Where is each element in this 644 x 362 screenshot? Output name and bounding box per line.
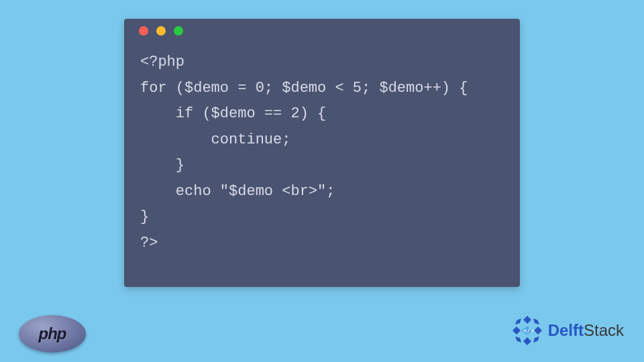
close-icon (139, 26, 148, 36)
svg-marker-0 (523, 316, 531, 324)
php-logo-text: php (39, 324, 66, 343)
code-line: if ($demo == 2) { (140, 105, 326, 122)
maximize-icon (174, 26, 183, 36)
svg-marker-5 (533, 337, 539, 343)
window-titlebar (124, 19, 520, 43)
code-block: <?php for ($demo = 0; $demo < 5; $demo++… (124, 43, 520, 269)
svg-marker-7 (515, 318, 521, 324)
delftstack-logo: </> DelftStack (511, 314, 624, 347)
code-line: for ($demo = 0; $demo < 5; $demo++) { (140, 80, 468, 97)
code-line: continue; (140, 131, 290, 148)
code-line: <?php (140, 54, 184, 70)
php-logo: php (19, 315, 86, 353)
code-line: echo "$demo <br>"; (140, 183, 335, 200)
code-line: ?> (140, 235, 158, 251)
svg-marker-1 (534, 326, 542, 335)
svg-marker-2 (523, 337, 531, 345)
delftstack-icon: </> (511, 314, 544, 347)
code-line: } (140, 157, 184, 174)
php-logo-ellipse: php (19, 315, 86, 353)
svg-text:</>: </> (523, 327, 535, 334)
svg-marker-6 (515, 337, 521, 343)
delftstack-text: DelftStack (548, 321, 624, 340)
svg-marker-4 (533, 318, 539, 324)
svg-marker-3 (513, 326, 521, 335)
code-line: } (140, 208, 149, 225)
delft-suffix: Stack (584, 321, 624, 339)
minimize-icon (156, 26, 166, 36)
code-window: <?php for ($demo = 0; $demo < 5; $demo++… (124, 19, 520, 287)
delft-prefix: Delft (548, 321, 584, 339)
